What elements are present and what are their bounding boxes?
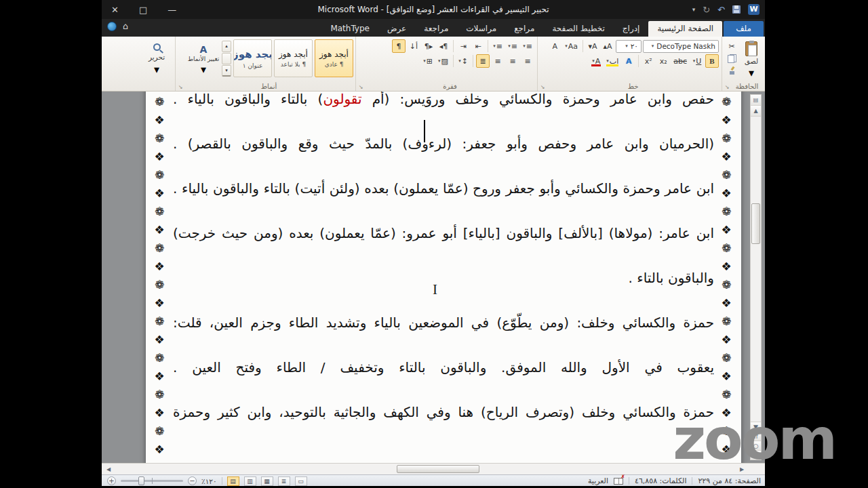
- proofing-error-icon[interactable]: [614, 478, 623, 485]
- borders-button[interactable]: ⊞▾: [421, 54, 435, 68]
- zoom-slider-thumb[interactable]: [138, 476, 144, 485]
- print-layout-view-button[interactable]: ▤: [227, 476, 239, 486]
- language-indicator[interactable]: العربية: [588, 476, 608, 485]
- align-center-button[interactable]: ≡: [506, 54, 519, 68]
- zoom-slider[interactable]: [121, 480, 183, 482]
- font-color-button[interactable]: A▾: [589, 54, 603, 68]
- line-spacing-button[interactable]: ↕▾: [456, 54, 470, 68]
- change-case-button[interactable]: Aa▾: [563, 39, 580, 53]
- numbering-button[interactable]: ≡▾: [506, 39, 519, 53]
- subscript-button[interactable]: x₂: [656, 54, 670, 68]
- titlebar: ✕ □ — تحبير التيسير في القراءات العشر [و…: [102, 0, 765, 19]
- text-highlight-button[interactable]: اب▾: [604, 54, 620, 68]
- close-button[interactable]: ✕: [111, 5, 119, 15]
- document-page[interactable]: ❁ ❖ ❁ ❖ ❁ ❖ ❁ ❖ ❁ ❖ ❁ ❖ ❁ ❖ ❁ ❖ ❁ ❖ ❁ ❖ …: [146, 92, 741, 463]
- rtl-direction-button[interactable]: ¶◂: [437, 39, 450, 53]
- maximize-button[interactable]: □: [139, 5, 147, 15]
- web-layout-view-button[interactable]: ▦: [261, 476, 273, 486]
- justify-button[interactable]: ≣: [476, 54, 490, 68]
- style-no-spacing[interactable]: أبجد هوز ¶ بلا تباعد: [274, 39, 313, 77]
- tab-file[interactable]: ملف: [724, 21, 764, 37]
- style-normal[interactable]: أبجد هوز ¶ عادي: [315, 39, 353, 77]
- font-color-dropdown-icon: ▾: [592, 58, 595, 64]
- cut-icon: ✂: [728, 42, 734, 51]
- font-size-select[interactable]: ٢٠ ▾: [616, 40, 642, 53]
- bold-button[interactable]: B: [705, 54, 719, 68]
- style-heading-1[interactable]: بجد هوز عنوان ١: [233, 39, 272, 77]
- tab-home[interactable]: الصفحة الرئيسية: [648, 21, 722, 37]
- text-line[interactable]: حمزة والكسائي وخلف (وتصرف الرياح) هنا وف…: [173, 390, 714, 434]
- tab-references[interactable]: مراجع: [505, 21, 543, 37]
- tab-insert[interactable]: إدراج: [614, 21, 649, 37]
- styles-gallery-up-button[interactable]: ▴: [222, 41, 231, 52]
- show-formatting-marks-button[interactable]: ¶: [392, 39, 406, 53]
- styles-gallery-more-button[interactable]: ▾: [222, 65, 231, 77]
- shading-button[interactable]: ▨▾: [436, 54, 450, 68]
- strikethrough-button[interactable]: abc: [671, 54, 689, 68]
- fullscreen-reading-view-button[interactable]: ▥: [244, 476, 256, 486]
- text-effects-button[interactable]: A: [622, 54, 635, 68]
- outline-view-button[interactable]: ≣: [278, 476, 290, 486]
- home-icon[interactable]: ⌂: [123, 22, 128, 31]
- styles-gallery-down-button[interactable]: [222, 53, 231, 64]
- word-count-indicator[interactable]: الكلمات: ٤٦,٨٥٨: [635, 476, 686, 485]
- change-case-dropdown-icon: ▾: [565, 43, 568, 49]
- qat-menu-icon[interactable]: ▾: [692, 6, 696, 13]
- subscript-icon: x₂: [660, 57, 667, 66]
- bullets-button[interactable]: ≡▾: [521, 39, 534, 53]
- cut-button[interactable]: ✂: [725, 41, 738, 52]
- tab-mailings[interactable]: مراسلات: [457, 21, 505, 37]
- save-icon[interactable]: [732, 5, 741, 14]
- text-line[interactable]: ابن عامر: (مولاها) [بالألف] والباقون [با…: [173, 211, 714, 256]
- text-line[interactable]: حفص وابن عامر وحمزة والكسائي وخلف وروَيس…: [173, 92, 714, 121]
- minimize-button[interactable]: —: [167, 5, 176, 15]
- copy-button[interactable]: [725, 53, 738, 64]
- page-number-indicator[interactable]: الصفحة: ٨٤ من ٢٢٩: [698, 476, 761, 485]
- rtl-direction-icon: ¶◂: [439, 42, 448, 51]
- ltr-direction-button[interactable]: ▸¶: [422, 39, 435, 53]
- tab-mathtype[interactable]: MathType: [321, 21, 378, 37]
- shrink-font-button[interactable]: A▾: [586, 39, 599, 53]
- format-painter-button[interactable]: [725, 65, 738, 77]
- sort-button[interactable]: أ↓: [407, 39, 420, 53]
- redo-icon[interactable]: ↻: [703, 5, 710, 15]
- grow-font-button[interactable]: A▴: [601, 39, 614, 53]
- change-styles-button[interactable]: A تغيير الأنماط ▾: [187, 41, 220, 76]
- highlighted-red-word: تقولون: [323, 92, 361, 107]
- font-name-select[interactable]: DecoType Naskh ▾: [643, 40, 719, 53]
- text-line[interactable]: (الحرميان وابن عامر وحفص وأبو جعفر: (لرء…: [173, 121, 714, 166]
- tab-view[interactable]: عرض: [378, 21, 415, 37]
- vertical-scrollbar[interactable]: ▤ ▲ ▼ ⇈ ○ ⇊: [750, 94, 762, 460]
- zoom-out-button[interactable]: −: [188, 476, 197, 485]
- tab-page-layout[interactable]: تخطيط الصفحة: [543, 21, 613, 37]
- scroll-up-button[interactable]: ▲: [751, 106, 761, 117]
- paste-button[interactable]: لصق ▾: [740, 39, 763, 79]
- align-left-button[interactable]: ≡: [491, 54, 505, 68]
- horizontal-scroll-thumb[interactable]: [397, 465, 479, 473]
- horizontal-scrollbar[interactable]: ◀ ▶: [102, 463, 765, 474]
- borders-dropdown-icon: ▾: [423, 58, 426, 64]
- text-line[interactable]: حمزة والكسائي وخلف: (ومن يطّوّع) في المو…: [173, 300, 714, 345]
- undo-icon[interactable]: ↶: [717, 5, 725, 15]
- superscript-button[interactable]: x²: [642, 54, 655, 68]
- scroll-left-button[interactable]: ◀: [103, 464, 114, 474]
- strikethrough-icon: abc: [673, 57, 687, 66]
- zoom-in-button[interactable]: +: [107, 476, 116, 485]
- ruler-toggle-button[interactable]: ▤: [751, 95, 761, 106]
- tab-review[interactable]: مراجعة: [415, 21, 457, 37]
- multilevel-list-button[interactable]: ≡▾: [491, 39, 505, 53]
- increase-indent-button[interactable]: ⇥: [456, 39, 470, 53]
- zoom-percentage[interactable]: ٪١٢٠: [201, 477, 217, 485]
- text-line[interactable]: ابن عامر وحمزة والكسائي وأبو جعفر وروح (…: [173, 166, 714, 211]
- draft-view-button[interactable]: ▭: [295, 476, 307, 486]
- decrease-indent-button[interactable]: ⇤: [471, 39, 485, 53]
- editing-button[interactable]: تحرير ▾: [140, 38, 173, 76]
- vertical-scroll-track[interactable]: [751, 117, 761, 422]
- text-line[interactable]: والباقون بالتاء .: [173, 256, 714, 300]
- vertical-scroll-thumb[interactable]: [751, 203, 760, 244]
- clear-formatting-button[interactable]: A: [548, 39, 561, 53]
- align-right-button[interactable]: ≡: [521, 54, 534, 68]
- underline-button[interactable]: U▾: [690, 54, 704, 68]
- addin-circle-icon[interactable]: [107, 22, 117, 31]
- text-line[interactable]: يعقوب في الأول والله الموفق. والباقون با…: [173, 345, 714, 390]
